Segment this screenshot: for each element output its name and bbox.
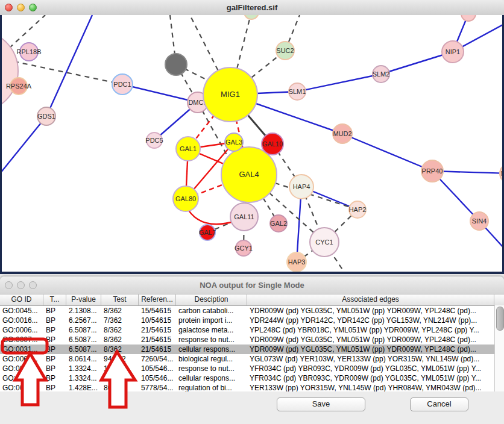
table-cell: 94/362 (101, 354, 139, 364)
node-unlabeled[interactable] (165, 54, 187, 75)
node-label: GAL1 (180, 145, 197, 152)
table-cell: GO:0031... (0, 344, 43, 354)
table-cell: 21/54615 (139, 335, 176, 344)
table-row[interactable]: GO:0016...BP6.2567...7/36210/54615protei… (0, 316, 504, 325)
table-cell: 7260/54... (139, 354, 176, 364)
table-cell: 2.1308... (66, 306, 101, 316)
network-graph: RPL18BRPS24AGDS1PDC1DMC1MIG1SUC2SLM1SLM2… (0, 15, 504, 274)
table-cell: YDR009W (pd) YGL035C, YML051W (pp) YDR00… (247, 306, 494, 316)
network-canvas[interactable]: RPL18BRPS24AGDS1PDC1DMC1MIG1SUC2SLM1SLM2… (0, 15, 504, 274)
table-header-row: GO IDT...P-valueTestReferen...Desciption… (0, 294, 504, 306)
table-cell: response to nut... (176, 335, 247, 344)
table-cell: response to nut... (176, 364, 247, 373)
node-label: SUC2 (276, 47, 294, 54)
table-cell: 6.5087... (66, 325, 101, 335)
node-label: GAL4 (239, 170, 259, 179)
table-cell: 21/54615 (139, 325, 176, 335)
vertical-scrollbar[interactable] (494, 305, 504, 391)
table-cell: 15/54615 (139, 306, 176, 316)
node-label: GAL2 (270, 220, 287, 227)
table-cell: protein import i... (176, 316, 247, 325)
table-cell: GO:0006... (0, 325, 43, 335)
node-label: GCY1 (235, 245, 253, 252)
column-header-t-[interactable]: T... (43, 295, 66, 305)
table-row[interactable]: GO:0031...BP1.3324...11/362105/546...res… (0, 364, 504, 373)
node-label: GDS1 (37, 113, 55, 120)
table-row[interactable]: GO:0065...BP8.0614...94/3627260/54...bio… (0, 354, 504, 364)
table-cell: GO:0065... (0, 354, 43, 364)
table-cell: cellular respons... (176, 344, 247, 354)
table-cell: BP (43, 335, 66, 344)
node-label: HAP2 (349, 206, 367, 213)
table-cell: biological regul... (176, 354, 247, 364)
table-cell: BP (43, 364, 66, 373)
node-label: PRP40 (422, 167, 443, 175)
node-label: SLM1 (289, 88, 306, 95)
table-cell: 21/54615 (139, 344, 176, 354)
node-unlabeled[interactable] (0, 30, 18, 112)
network-window-title: galFiltered.sif (0, 3, 504, 12)
network-window-titlebar[interactable]: galFiltered.sif (0, 0, 504, 16)
table-row[interactable]: GO:0006...BP6.5087...8/36221/54615galact… (0, 325, 504, 335)
node-label: SLM2 (373, 70, 390, 78)
close-button-icon[interactable] (5, 281, 13, 289)
table-cell: carbon cataboli... (176, 306, 247, 316)
node-label: HAP3 (288, 258, 306, 266)
column-header-associated-edges[interactable]: Associated edges (247, 295, 494, 305)
noa-output-window: NOA output for Single Mode GO IDT...P-va… (0, 276, 504, 424)
scrollbar-thumb[interactable] (496, 307, 504, 331)
node-label: GAL80 (175, 195, 196, 202)
cancel-button[interactable]: Cancel (410, 398, 468, 411)
edge-blue (0, 116, 46, 173)
node-label: RPL18B (17, 48, 42, 55)
column-header-go-id[interactable]: GO ID (0, 295, 43, 305)
table-cell: 8.0614... (66, 354, 101, 364)
table-cell: GO:0031... (0, 373, 43, 383)
node-label: GAL7 (199, 229, 216, 236)
traffic-lights-inactive (5, 276, 37, 294)
table-row[interactable]: GO:0045...BP2.1308...8/36215/54615carbon… (0, 306, 504, 316)
node-label: CYC1 (315, 238, 333, 246)
close-button-icon[interactable] (5, 4, 13, 11)
table-cell: 8/362 (101, 306, 139, 316)
noa-window-titlebar[interactable]: NOA output for Single Mode (0, 276, 504, 295)
minimize-button-icon[interactable] (17, 281, 25, 289)
table-cell: 1.3324... (66, 373, 101, 383)
table-cell: YDR244W (pp) YDR142C, YDR142C (pp) YGL15… (247, 316, 494, 325)
table-cell: 105/546... (139, 373, 176, 383)
column-header-desciption[interactable]: Desciption (176, 295, 247, 305)
table-cell: GO:0016... (0, 316, 43, 325)
table-cell: BP (43, 354, 66, 364)
minimize-button-icon[interactable] (17, 4, 25, 11)
zoom-button-icon[interactable] (29, 4, 37, 11)
node-unlabeled[interactable] (461, 15, 476, 21)
table-cell: 11/362 (101, 373, 139, 383)
table-cell: BP (43, 325, 66, 335)
node-label: PDC5 (145, 137, 163, 144)
table-cell: BP (43, 316, 66, 325)
save-button[interactable]: Save (277, 398, 365, 411)
column-header-test[interactable]: Test (101, 295, 139, 305)
edge-blue (122, 84, 198, 102)
table-cell: 11/362 (101, 364, 139, 373)
table-cell: YDR009W (pd) YGL035C, YML051W (pp) YDR00… (247, 344, 494, 354)
table-cell: BP (43, 373, 66, 383)
node-unlabeled[interactable] (244, 15, 259, 19)
node-label: SIN4 (472, 217, 487, 225)
table-row[interactable]: GO:0031...BP1.3324...11/362105/546...cel… (0, 373, 504, 383)
table-row[interactable]: GO:0031...BP6.5087...8/36221/54615cellul… (0, 344, 504, 354)
node-label: GAL11 (234, 213, 254, 220)
edge-blue (297, 74, 381, 92)
column-header-p-value[interactable]: P-value (66, 295, 101, 305)
column-header-referen-[interactable]: Referen... (139, 295, 176, 305)
table-cell: 6.2567... (66, 316, 101, 325)
table-cell: 8/362 (101, 344, 139, 354)
table-cell: YDR009W (pd) YGL035C, YML051W (pp) YDR00… (247, 335, 494, 344)
node-label: MIG1 (221, 90, 240, 99)
zoom-button-icon[interactable] (29, 281, 37, 289)
table-cell: 1.3324... (66, 364, 101, 373)
node-label: RPS24A (6, 83, 32, 90)
node-label: GAL10 (262, 140, 283, 148)
table-row[interactable]: GO:0007...BP6.5087...8/36221/54615respon… (0, 335, 504, 344)
results-table: GO IDT...P-valueTestReferen...Desciption… (0, 294, 504, 393)
